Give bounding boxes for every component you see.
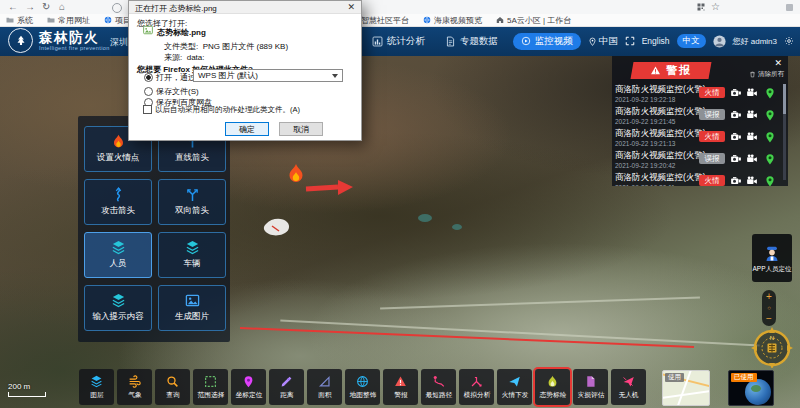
nav-item-statistics[interactable]: 统计分析: [372, 35, 425, 48]
toolbar-item-fire-dispatch[interactable]: 火情下发: [497, 369, 532, 405]
dialog-titlebar[interactable]: 正在打开 态势标绘.png ✕: [129, 1, 361, 14]
plot-button-generate-image[interactable]: 生成图片: [158, 285, 226, 331]
forward-icon[interactable]: →: [25, 0, 35, 14]
route-icon: [432, 375, 445, 388]
policeman-icon: [762, 243, 782, 263]
back-icon[interactable]: ←: [8, 0, 18, 14]
bookmark-cloud-community[interactable]: 5A云小区 | 工作台: [496, 15, 571, 26]
alert-row[interactable]: 商洛防火视频监控(火警) 2021-09-22 19:20:11 火情: [615, 172, 783, 186]
basemap-street-button[interactable]: 使用: [662, 370, 710, 406]
videocam-icon[interactable]: [746, 175, 758, 186]
toolbar-item-weather[interactable]: 气象: [117, 369, 152, 405]
toolbar-item-range-select[interactable]: 范围选择: [193, 369, 228, 405]
plot-button-attack-arrow[interactable]: 攻击箭头: [84, 179, 152, 225]
pin-magenta-icon: [242, 375, 255, 388]
videocam-icon[interactable]: [746, 131, 758, 143]
radio-open-with[interactable]: [144, 73, 153, 82]
alert-status-badge: 火情: [699, 131, 725, 142]
toolbar-item-layers[interactable]: 图层: [79, 369, 114, 405]
location-pin-icon[interactable]: [764, 109, 776, 121]
zoom-control[interactable]: + ○ −: [762, 290, 776, 326]
ok-button[interactable]: 确定: [225, 122, 269, 136]
close-icon[interactable]: ✕: [774, 58, 782, 68]
situation-plot-panel: 设置火情点 直线箭头 攻击箭头 双向箭头 人员 车辆 输入提示内容 生成图片: [78, 116, 230, 342]
toolbar-item-coordinate[interactable]: 坐标定位: [231, 369, 266, 405]
location-pin-icon[interactable]: [764, 175, 776, 186]
gear-icon[interactable]: [784, 36, 794, 46]
camera-icon[interactable]: [730, 175, 742, 186]
lang-chinese-button[interactable]: 中文: [677, 34, 706, 48]
open-with-select[interactable]: WPS 图片 (默认): [193, 69, 343, 82]
zoom-out-icon[interactable]: −: [766, 314, 772, 324]
camera-icon[interactable]: [730, 131, 742, 143]
reload-icon[interactable]: ↻: [42, 0, 50, 14]
videocam-icon[interactable]: [746, 153, 758, 165]
warn-icon: [394, 375, 407, 388]
toolbar-item-area[interactable]: 面积: [307, 369, 342, 405]
app-personnel-locator-button[interactable]: APP人员定位: [752, 234, 792, 282]
bookmark-common-sites[interactable]: 常用网址: [47, 15, 90, 26]
app-subtitle: Intelligent fire prevention: [39, 45, 110, 51]
alert-row[interactable]: 商洛防火视频监控(火警) 2021-09-22 19:21:45 误报: [615, 106, 783, 128]
alert-row[interactable]: 商洛防火视频监控(火警) 2021-09-22 19:20:42 误报: [615, 150, 783, 172]
camera-icon[interactable]: [730, 153, 742, 165]
clear-all-button[interactable]: 清除所有: [749, 70, 784, 79]
location-pin-icon[interactable]: [764, 87, 776, 99]
toolbar-item-query[interactable]: 查询: [155, 369, 190, 405]
toolbar-item-map-decorate[interactable]: 地图整饰: [345, 369, 380, 405]
extensions-icon[interactable]: [786, 4, 793, 11]
cancel-button[interactable]: 取消: [279, 122, 323, 136]
avatar[interactable]: [713, 35, 726, 48]
toolbar-item-situation-plot[interactable]: 态势标绘: [535, 369, 570, 405]
toolbar-item-distance[interactable]: 距离: [269, 369, 304, 405]
location-pin-icon: [588, 37, 597, 46]
toolbar-item-simulation[interactable]: 模拟分析: [459, 369, 494, 405]
videocam-icon[interactable]: [746, 109, 758, 121]
doc-icon: [445, 36, 456, 47]
toolbar-item-shortest-path[interactable]: 最短路径: [421, 369, 456, 405]
dialog-filename: 态势标绘.png: [157, 27, 206, 38]
location-pin-icon[interactable]: [764, 153, 776, 165]
image-file-icon: [143, 25, 153, 35]
basemap-globe-button[interactable]: 已使用: [728, 370, 774, 406]
alert-row[interactable]: 商洛防火视频监控(火警) 2021-09-22 19:22:18 火情: [615, 84, 783, 106]
layers-icon: [111, 293, 126, 308]
alert-row[interactable]: 商洛防火视频监控(火警) 2021-09-22 19:21:13 火情: [615, 128, 783, 150]
plot-button-two-way-arrow[interactable]: 双向箭头: [158, 179, 226, 225]
plot-button-input-prompt[interactable]: 输入提示内容: [84, 285, 152, 331]
camera-icon[interactable]: [730, 109, 742, 121]
compass[interactable]: N: [750, 324, 794, 368]
videocam-icon[interactable]: [746, 87, 758, 99]
close-icon[interactable]: ✕: [347, 2, 355, 12]
layers-icon: [185, 240, 200, 255]
bookmark-system[interactable]: 系统: [6, 15, 33, 26]
alert-scrollbar[interactable]: [783, 84, 786, 180]
alert-status-badge: 火情: [699, 87, 725, 98]
toolbar-item-damage-assess[interactable]: 灾损评估: [573, 369, 608, 405]
country-selector[interactable]: 中国: [588, 35, 618, 48]
zoom-in-icon[interactable]: +: [766, 292, 772, 302]
lang-english-button[interactable]: English: [642, 36, 670, 46]
radio-save-file[interactable]: [144, 87, 153, 96]
location-pin-icon[interactable]: [764, 131, 776, 143]
toolbar-item-drone[interactable]: 无人机: [611, 369, 646, 405]
bookmark-star-icon[interactable]: ☆: [711, 0, 720, 14]
remember-checkbox[interactable]: [143, 105, 152, 114]
plot-button-vehicle[interactable]: 车辆: [158, 232, 226, 278]
monitor-video-button[interactable]: 监控视频: [513, 33, 581, 50]
earth-icon: [745, 379, 771, 405]
fullscreen-icon[interactable]: [625, 36, 635, 46]
toolbar-item-alarm[interactable]: 警报: [383, 369, 418, 405]
remember-checkbox-label: 以后自动采用相同的动作处理此类文件。(A): [155, 105, 300, 115]
nav-item-topic-data[interactable]: 专题数据: [445, 35, 498, 48]
brand: 森林防火 Intelligent fire prevention: [8, 28, 110, 53]
zoom-reset-icon[interactable]: ○: [767, 303, 771, 313]
bookmark-hik-video[interactable]: 海康视频预览: [423, 15, 482, 26]
home-icon[interactable]: ⌂: [59, 0, 65, 14]
camera-icon[interactable]: [730, 87, 742, 99]
city-label: 深圳: [110, 36, 128, 49]
qr-code-icon[interactable]: [697, 3, 705, 11]
dialog-filetype: 文件类型: PNG 图片文件 (889 KB): [164, 41, 288, 52]
site-info-icon[interactable]: [112, 3, 122, 13]
plot-button-personnel[interactable]: 人员: [84, 232, 152, 278]
